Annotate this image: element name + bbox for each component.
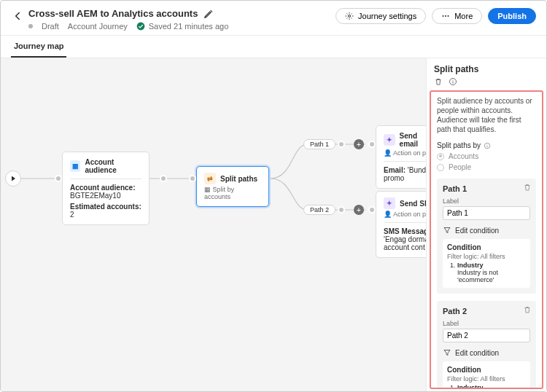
- svg-point-0: [136, 23, 144, 31]
- node-subtitle: Action on p: [393, 149, 426, 157]
- status-draft: Draft: [42, 22, 59, 31]
- svg-point-3: [445, 15, 446, 17]
- action-icon: ✦: [384, 134, 395, 146]
- split-icon: ⇄: [204, 173, 216, 184]
- condition-summary: Condition Filter logic: All filters Indu…: [443, 239, 530, 288]
- node-send-email[interactable]: ✦ Send email 👤 Action on p Email: 'Bundl…: [376, 125, 426, 189]
- status-saved: Saved 21 minutes ago: [149, 22, 228, 31]
- funnel-icon: [443, 226, 451, 235]
- node-split-paths[interactable]: ⇄ Split paths ▦ Split by accounts: [196, 166, 269, 207]
- edges: [1, 58, 426, 392]
- page-title: Cross-sell AEM to Analytics accounts: [28, 8, 198, 19]
- play-icon: [9, 174, 18, 183]
- svg-point-6: [453, 80, 454, 81]
- panel-title: Split paths: [427, 58, 546, 77]
- edit-condition-button[interactable]: Edit condition: [443, 226, 530, 235]
- node-subtitle: Action on p: [393, 211, 426, 218]
- svg-point-1: [349, 15, 351, 17]
- path-pill-2[interactable]: Path 2: [303, 205, 335, 215]
- path-pill-1[interactable]: Path 1: [303, 139, 335, 149]
- svg-point-2: [443, 15, 444, 17]
- connector-dot: [338, 206, 345, 213]
- node-title: Send SMS: [400, 200, 426, 208]
- grid-icon: ▦: [70, 160, 80, 172]
- radio-accounts[interactable]: Accounts: [437, 152, 536, 160]
- journey-settings-button[interactable]: Journey settings: [335, 8, 426, 24]
- node-subtitle: Split by accounts: [204, 186, 234, 200]
- gear-icon: [345, 12, 354, 20]
- radio-people[interactable]: People: [437, 163, 536, 171]
- connector-dot: [368, 141, 376, 148]
- path-card-1: Path 1 Label Edit condition Condition Fi…: [437, 179, 536, 294]
- start-node[interactable]: [5, 170, 21, 187]
- svg-point-4: [448, 15, 449, 17]
- publish-button[interactable]: Publish: [488, 8, 536, 24]
- node-account-audience[interactable]: ▦ Account audience Account audience: BGT…: [62, 152, 150, 225]
- trash-icon[interactable]: [434, 77, 443, 86]
- split-by-label: Split paths by: [437, 141, 481, 149]
- info-icon[interactable]: [449, 77, 457, 86]
- path-name: Path 2: [443, 307, 530, 315]
- add-after-path1[interactable]: +: [354, 139, 364, 149]
- edit-title-icon[interactable]: [203, 9, 214, 19]
- node-title: Account audience: [85, 158, 141, 174]
- node-title: Send email: [400, 132, 426, 148]
- condition-summary: Condition Filter logic: All filters Indu…: [443, 361, 530, 389]
- connector-dot: [368, 206, 376, 213]
- tab-journey-map[interactable]: Journey map: [11, 36, 66, 58]
- more-icon: [441, 12, 450, 20]
- saved-icon: [136, 22, 145, 31]
- back-icon[interactable]: [11, 9, 24, 23]
- more-button[interactable]: More: [432, 8, 482, 24]
- action-icon: ✦: [384, 197, 395, 209]
- connector-dot: [189, 175, 196, 182]
- trash-icon[interactable]: [523, 305, 532, 314]
- field-label: Label: [443, 197, 530, 205]
- status-type: Account Journey: [68, 22, 128, 31]
- edit-condition-button[interactable]: Edit condition: [443, 348, 530, 357]
- field-label: Label: [443, 320, 530, 327]
- path-label-input[interactable]: [443, 206, 530, 220]
- radio-icon: [437, 153, 444, 160]
- info-icon[interactable]: [484, 142, 491, 149]
- connector-dot: [338, 141, 345, 148]
- panel-description: Split audience by accounts or people wit…: [437, 96, 536, 134]
- properties-panel: Split paths Split audience by accounts o…: [426, 58, 546, 392]
- funnel-icon: [443, 348, 451, 357]
- node-title: Split paths: [220, 175, 257, 183]
- journey-canvas[interactable]: ▦ Account audience Account audience: BGT…: [1, 58, 426, 392]
- connector-dot: [55, 175, 62, 182]
- add-after-path2[interactable]: +: [354, 205, 364, 215]
- path-name: Path 1: [443, 184, 530, 193]
- connector-dot: [160, 175, 167, 182]
- path-card-2: Path 2 Label Edit condition Condition Fi…: [437, 301, 536, 389]
- path-label-input[interactable]: [443, 329, 530, 342]
- node-send-sms[interactable]: ✦ Send SMS 👤 Action on p SMS Message: 'E…: [376, 191, 426, 258]
- trash-icon[interactable]: [523, 183, 532, 192]
- status-dot: [28, 24, 33, 28]
- radio-icon: [437, 164, 444, 171]
